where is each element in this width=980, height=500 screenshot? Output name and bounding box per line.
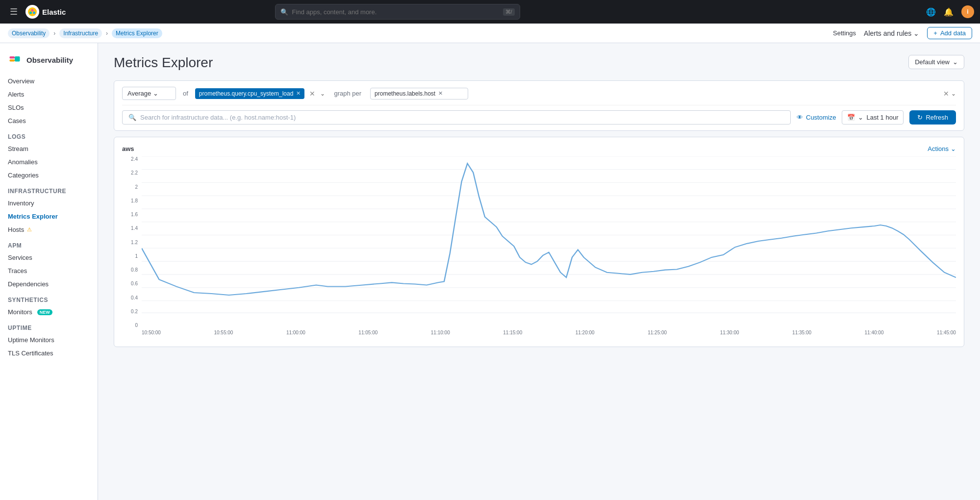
of-label: of [181, 90, 190, 97]
svg-rect-5 [10, 56, 15, 58]
sidebar-item-anomalies[interactable]: Anomalies [0, 155, 98, 169]
chart-y-axis: 2.4 2.2 2 1.8 1.6 1.4 1.2 1 0.8 0.6 0.4 … [122, 156, 142, 328]
sidebar-item-inventory[interactable]: Inventory [0, 197, 98, 210]
sidebar-item-cases[interactable]: Cases [0, 114, 98, 127]
sidebar-item-uptime-monitors[interactable]: Uptime Monitors [0, 333, 98, 347]
y-label-1_8: 1.8 [131, 198, 138, 203]
global-search-input[interactable] [292, 8, 499, 16]
x-label-1145: 11:45:00 [937, 330, 956, 335]
aggregation-select[interactable]: Average ⌄ [122, 87, 176, 100]
top-nav-right: 🌐 🔔 i [926, 5, 974, 18]
refresh-button[interactable]: ↻ Refresh [909, 110, 956, 125]
refresh-label: Refresh [926, 114, 948, 121]
sidebar-item-tls-certificates[interactable]: TLS Certificates [0, 347, 98, 360]
sidebar-item-alerts[interactable]: Alerts [0, 88, 98, 101]
default-view-button[interactable]: Default view ⌄ [908, 55, 964, 69]
graph-per-chevron-down[interactable]: ⌄ [951, 90, 956, 97]
graph-per-right: ✕ ⌄ [943, 90, 956, 98]
page-title: Metrics Explorer [114, 55, 213, 71]
new-badge: NEW [37, 309, 52, 315]
search-shortcut: ⌘/ [503, 8, 515, 16]
svg-point-3 [33, 12, 35, 14]
sidebar-item-traces[interactable]: Traces [0, 264, 98, 277]
sidebar-item-dependencies[interactable]: Dependencies [0, 277, 98, 291]
chart-header: aws Actions ⌄ [122, 145, 956, 152]
sidebar-item-metrics-explorer[interactable]: Metrics Explorer [0, 210, 98, 223]
filter-row-search: 🔍 Search for infrastructure data... (e.g… [122, 105, 956, 125]
main-content: Metrics Explorer Default view ⌄ Average … [98, 43, 980, 500]
customize-button[interactable]: 👁 Customize [797, 114, 836, 121]
sidebar-item-services[interactable]: Services [0, 251, 98, 264]
chevron-down-icon: ⌄ [153, 90, 158, 97]
hamburger-menu[interactable]: ☰ [6, 4, 22, 19]
eye-icon: 👁 [797, 114, 803, 121]
graph-per-value: prometheus.labels.host [375, 90, 435, 97]
clear-graph-per-button[interactable]: ✕ [943, 90, 949, 98]
clear-metrics-button[interactable]: ✕ [309, 90, 315, 98]
graph-per-remove-button[interactable]: ✕ [438, 90, 443, 97]
x-label-1100: 11:00:00 [286, 330, 305, 335]
settings-link[interactable]: Settings [833, 29, 856, 37]
y-label-0_8: 0.8 [131, 267, 138, 273]
bell-icon[interactable]: 🔔 [944, 7, 954, 17]
svg-point-0 [28, 7, 37, 16]
svg-point-1 [31, 9, 34, 12]
breadcrumb-bar: Observability › Infrastructure › Metrics… [0, 24, 980, 43]
graph-per-label: graph per [330, 90, 365, 97]
breadcrumb-right-actions: Settings Alerts and rules ⌄ + Add data [833, 27, 972, 39]
sidebar-section-logs: Stream Anomalies Categories [0, 142, 98, 182]
calendar-icon: 📅 [847, 114, 855, 121]
sidebar-item-hosts[interactable]: Hosts ⚠ [0, 223, 98, 236]
aggregation-value: Average [127, 90, 151, 97]
sidebar-section-apm: Services Traces Dependencies [0, 251, 98, 291]
metric-tag: prometheus.query.cpu_system_load ✕ [195, 88, 305, 99]
svg-point-2 [29, 12, 32, 14]
x-label-1110: 11:10:00 [431, 330, 450, 335]
y-label-1_2: 1.2 [131, 240, 138, 245]
global-search[interactable]: 🔍 ⌘/ [275, 4, 520, 20]
user-avatar[interactable]: i [961, 5, 974, 18]
x-label-1130: 11:30:00 [720, 330, 739, 335]
breadcrumb-observability[interactable]: Observability [8, 28, 50, 38]
sidebar-header: Observability [0, 49, 98, 75]
actions-label: Actions [928, 145, 949, 152]
actions-button[interactable]: Actions ⌄ [928, 145, 956, 152]
chevron-down-icon: ⌄ [913, 29, 919, 37]
metrics-chevron-down[interactable]: ⌄ [320, 90, 325, 97]
y-label-0_2: 0.2 [131, 309, 138, 314]
sidebar-item-monitors[interactable]: Monitors NEW [0, 305, 98, 319]
x-label-1055: 10:55:00 [214, 330, 233, 335]
sidebar-item-categories[interactable]: Categories [0, 169, 98, 182]
sidebar-item-overview[interactable]: Overview [0, 75, 98, 88]
alerts-rules-button[interactable]: Alerts and rules ⌄ [864, 29, 919, 37]
elastic-logo: Elastic [25, 5, 66, 19]
time-range-label: Last 1 hour [866, 114, 898, 121]
chart-container: aws Actions ⌄ 2.4 2.2 2 1.8 1.6 1.4 1.2 … [114, 137, 964, 347]
filter-row-metrics: Average ⌄ of prometheus.query.cpu_system… [122, 87, 956, 100]
x-label-1125: 11:25:00 [648, 330, 667, 335]
add-data-button[interactable]: + Add data [927, 27, 972, 39]
search-icon: 🔍 [128, 114, 136, 121]
breadcrumb-infrastructure[interactable]: Infrastructure [59, 28, 102, 38]
plus-icon: + [933, 29, 937, 37]
search-icon: 🔍 [280, 8, 288, 16]
x-label-1115: 11:15:00 [503, 330, 522, 335]
breadcrumb-metrics-explorer[interactable]: Metrics Explorer [112, 28, 162, 38]
sidebar: Observability Overview Alerts SLOs Cases… [0, 43, 98, 500]
infra-search-input[interactable]: 🔍 Search for infrastructure data... (e.g… [122, 110, 791, 125]
chart-wrapper: 2.4 2.2 2 1.8 1.6 1.4 1.2 1 0.8 0.6 0.4 … [122, 156, 956, 343]
filter-bar: Average ⌄ of prometheus.query.cpu_system… [114, 80, 964, 131]
sidebar-section-top: Overview Alerts SLOs Cases [0, 75, 98, 127]
app-layout: Observability Overview Alerts SLOs Cases… [0, 0, 980, 500]
sidebar-item-slos[interactable]: SLOs [0, 101, 98, 114]
elastic-wordmark: Elastic [42, 8, 66, 16]
sidebar-section-infra-label: Infrastructure [0, 182, 98, 197]
chart-title: aws [122, 145, 134, 152]
chevron-down-icon-time: ⌄ [858, 114, 863, 121]
time-picker[interactable]: 📅 ⌄ Last 1 hour [842, 110, 904, 125]
graph-per-tag: prometheus.labels.host ✕ [370, 88, 468, 100]
metric-value: prometheus.query.cpu_system_load [199, 90, 294, 97]
metric-remove-button[interactable]: ✕ [296, 90, 301, 97]
globe-icon[interactable]: 🌐 [926, 7, 936, 17]
sidebar-item-stream[interactable]: Stream [0, 142, 98, 155]
